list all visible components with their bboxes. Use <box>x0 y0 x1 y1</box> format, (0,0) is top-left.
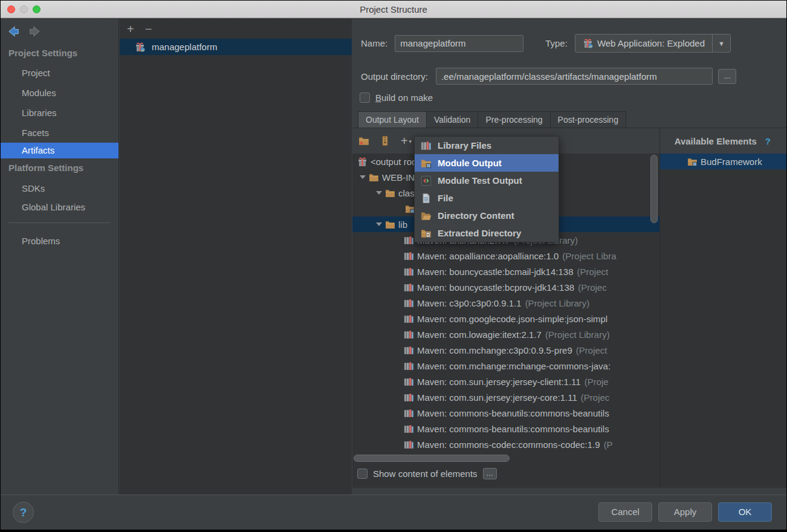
available-element-item[interactable]: BudFramework <box>660 154 787 169</box>
dialog-footer: ? Cancel Apply OK <box>1 495 786 530</box>
type-label: Type: <box>545 38 568 48</box>
maven-library-row[interactable]: Maven: aopalliance:aopalliance:1.0(Proje… <box>352 248 659 264</box>
forward-arrow-icon[interactable] <box>28 25 42 38</box>
build-on-make-label: Build on make <box>375 92 433 103</box>
maven-library-row[interactable]: Maven: com.mchange:mchange-commons-java: <box>352 358 659 374</box>
help-button[interactable]: ? <box>13 502 34 523</box>
maven-library-row[interactable]: Maven: commons-beanutils:commons-beanuti… <box>352 405 659 421</box>
menu-item-extracted-directory[interactable]: Extracted Directory <box>415 224 559 242</box>
file-icon <box>421 193 432 204</box>
module-icon <box>687 157 698 167</box>
library-icon <box>404 282 414 293</box>
library-icon <box>404 251 414 261</box>
maven-library-row[interactable]: Maven: bouncycastle:bcmail-jdk14:138(Pro… <box>352 264 659 279</box>
output-directory-input[interactable] <box>436 68 713 85</box>
menu-item-module-output[interactable]: Module Output <box>415 154 559 172</box>
library-icon <box>404 361 414 371</box>
minimize-window-button[interactable] <box>20 5 28 13</box>
maven-library-row[interactable]: Maven: bouncycastle:bcprov-jdk14:138(Pro… <box>352 279 659 295</box>
module-output-icon <box>421 158 432 169</box>
module-test-output-icon <box>421 175 432 186</box>
maven-library-row[interactable]: Maven: c3p0:c3p0:0.9.1.1(Project Library… <box>352 295 659 311</box>
title-bar: Project Structure <box>1 1 786 18</box>
library-icon <box>404 235 414 245</box>
add-artifact-button[interactable]: + <box>127 23 134 35</box>
library-icon <box>404 424 414 434</box>
tab-post-processing[interactable]: Post-processing <box>550 111 626 128</box>
library-icon <box>404 329 414 340</box>
back-arrow-icon[interactable] <box>7 25 20 38</box>
menu-item-file[interactable]: File <box>415 189 559 207</box>
apply-button[interactable]: Apply <box>658 502 712 522</box>
expand-arrow-icon[interactable] <box>376 222 382 226</box>
add-element-button[interactable]: +▼ <box>401 135 408 146</box>
artifact-root-icon <box>357 157 368 167</box>
sidebar-item-project[interactable]: Project <box>1 65 118 81</box>
menu-item-library-files[interactable]: Library Files <box>415 137 559 154</box>
maven-library-list: Maven: antlr:antlr:2.7.7(Project Library… <box>352 232 659 452</box>
artifact-type-select[interactable]: Web Application: Exploded ▼ <box>575 34 731 53</box>
library-files-icon <box>421 140 432 151</box>
build-on-make-checkbox[interactable] <box>360 92 370 103</box>
expand-arrow-icon[interactable] <box>360 175 366 179</box>
sidebar-item-artifacts[interactable]: Artifacts <box>1 143 118 158</box>
browse-output-directory-button[interactable]: ... <box>718 69 736 84</box>
show-content-options-button[interactable]: … <box>483 468 497 479</box>
artifact-type-value: Web Application: Exploded <box>597 38 705 48</box>
library-icon <box>404 345 414 355</box>
maven-library-row[interactable]: Maven: com.lowagie:itext:2.1.7(Project L… <box>352 326 659 342</box>
section-project-settings: Project Settings <box>8 48 77 58</box>
sidebar-item-sdks[interactable]: SDKs <box>1 181 118 196</box>
artifact-name-input[interactable] <box>395 35 523 52</box>
window-title: Project Structure <box>360 4 427 15</box>
maven-library-row[interactable]: Maven: com.sun.jersey:jersey-core:1.11(P… <box>352 389 659 405</box>
maven-library-row[interactable]: Maven: commons-codec:commons-codec:1.9(P <box>352 436 659 452</box>
folder-icon <box>369 172 379 183</box>
web-artifact-icon <box>583 38 593 48</box>
sidebar-divider <box>8 222 110 223</box>
tree-vertical-scrollbar[interactable] <box>650 155 658 223</box>
maven-library-row[interactable]: Maven: com.mchange:c3p0:0.9.5-pre9(Proje… <box>352 342 659 358</box>
web-artifact-icon <box>135 42 145 52</box>
zoom-window-button[interactable] <box>33 5 40 13</box>
available-elements-help-icon[interactable]: ? <box>765 136 771 146</box>
ok-button[interactable]: OK <box>718 502 772 522</box>
menu-item-directory-content[interactable]: Directory Content <box>415 207 559 224</box>
name-label: Name: <box>361 38 387 48</box>
close-window-button[interactable] <box>7 5 15 13</box>
tab-pre-processing[interactable]: Pre-processing <box>478 111 550 128</box>
library-icon <box>404 440 414 450</box>
show-content-checkbox[interactable] <box>357 469 368 479</box>
available-elements-title: Available Elements <box>675 136 757 146</box>
artifacts-list-panel: + − manageplatform <box>120 19 352 495</box>
tab-validation[interactable]: Validation <box>426 111 478 128</box>
artifact-list-item[interactable]: manageplatform <box>120 39 352 55</box>
maven-library-row[interactable]: Maven: com.googlecode.json-simple:json-s… <box>352 311 659 326</box>
show-content-label: Show content of elements <box>373 469 478 479</box>
available-element-name: BudFramework <box>701 157 762 167</box>
library-icon <box>404 377 414 387</box>
section-platform-settings: Platform Settings <box>8 163 83 173</box>
new-folder-icon[interactable] <box>358 135 369 146</box>
sidebar-item-libraries[interactable]: Libraries <box>1 105 118 121</box>
sidebar-item-problems[interactable]: Problems <box>1 233 118 249</box>
artifact-detail-panel: Name: Type: Web Application: Exploded ▼ … <box>352 19 787 495</box>
create-archive-icon[interactable] <box>380 135 390 146</box>
remove-artifact-button[interactable]: − <box>145 23 152 35</box>
type-dropdown-arrow[interactable]: ▼ <box>712 34 730 52</box>
artifacts-toolbar: + − <box>120 19 352 39</box>
tree-horizontal-scrollbar[interactable] <box>354 455 510 462</box>
sidebar-item-modules[interactable]: Modules <box>1 85 118 101</box>
expand-arrow-icon[interactable] <box>376 191 382 195</box>
menu-item-module-test-output[interactable]: Module Test Output <box>415 172 559 189</box>
sidebar-item-facets[interactable]: Facets <box>1 125 118 141</box>
settings-sidebar: Project Settings Project Modules Librari… <box>1 19 119 495</box>
maven-library-row[interactable]: Maven: com.sun.jersey:jersey-client:1.11… <box>352 374 659 389</box>
maven-library-row[interactable]: Maven: commons-beanutils:commons-beanuti… <box>352 421 659 436</box>
artifact-tabs: Output Layout Validation Pre-processing … <box>358 111 626 128</box>
sidebar-item-global-libraries[interactable]: Global Libraries <box>1 199 118 215</box>
add-element-context-menu: Library Files Module Output Module Test … <box>414 136 559 242</box>
tab-output-layout[interactable]: Output Layout <box>358 111 427 128</box>
cancel-button[interactable]: Cancel <box>598 502 652 522</box>
library-icon <box>404 392 414 403</box>
